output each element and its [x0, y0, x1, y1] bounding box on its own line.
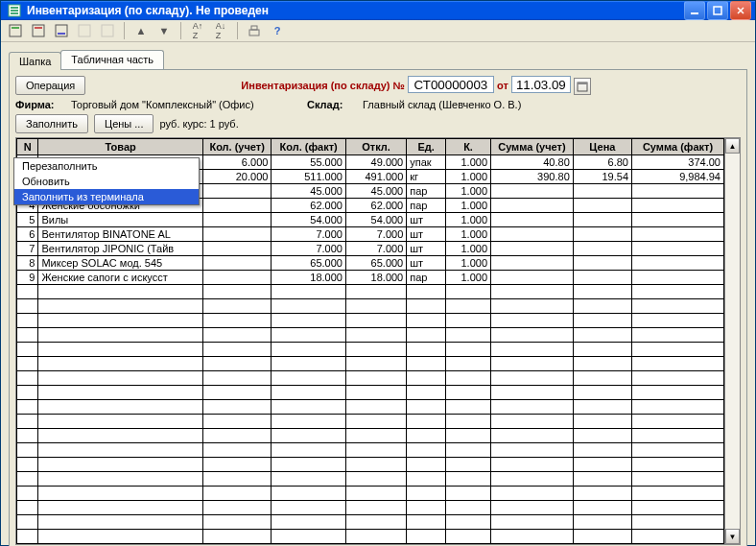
col-header[interactable]: Кол. (факт)	[272, 139, 346, 155]
tab-table-part[interactable]: Табличная часть	[60, 50, 164, 69]
col-header[interactable]: Откл.	[345, 139, 406, 155]
popup-item[interactable]: Перезаполнить	[14, 158, 199, 174]
col-header[interactable]: N	[17, 139, 38, 155]
col-header[interactable]: Цена	[573, 139, 631, 155]
svg-rect-13	[58, 33, 65, 35]
tb-icon-5[interactable]	[99, 22, 116, 39]
close-button[interactable]	[730, 1, 751, 20]
minimize-button[interactable]	[684, 1, 705, 20]
scroll-up-icon: ▲	[725, 138, 740, 154]
svg-rect-16	[249, 30, 259, 36]
rub-kurs: руб. курс: 1 руб.	[159, 118, 238, 130]
table-row[interactable]	[17, 357, 724, 371]
table-row[interactable]	[17, 285, 724, 299]
tb-icon-4[interactable]	[76, 22, 93, 39]
svg-rect-19	[578, 83, 587, 84]
table-row[interactable]: 5Вилы54.00054.000шт1.000	[17, 213, 724, 227]
table-row[interactable]	[17, 328, 724, 343]
svg-rect-9	[12, 27, 19, 29]
tab-page: Операция Инвентаризация (по складу) № от…	[9, 69, 747, 546]
tab-header[interactable]: Шапка	[9, 52, 61, 70]
prices-button[interactable]: Цены ...	[94, 114, 154, 133]
tb-icon-1[interactable]	[7, 22, 24, 39]
ot-label: от	[497, 80, 508, 91]
table-row[interactable]	[17, 530, 724, 544]
svg-rect-8	[10, 25, 21, 36]
operation-button[interactable]: Операция	[15, 76, 85, 95]
table-row[interactable]	[17, 472, 724, 487]
svg-rect-17	[251, 26, 257, 30]
popup-item[interactable]: Заполнить из терминала	[14, 189, 199, 204]
table-row[interactable]	[17, 501, 724, 515]
titlebar: Инвентаризация (по складу). Не проведен	[1, 1, 755, 20]
firma-label: Фирма:	[15, 99, 65, 110]
vertical-scrollbar[interactable]: ▲ ▼	[724, 138, 740, 544]
svg-rect-14	[79, 25, 90, 36]
maximize-button[interactable]	[707, 1, 728, 20]
firma-value: Торговый дом "Комплексный" (Офис)	[71, 99, 301, 110]
col-header[interactable]: К.	[446, 139, 491, 155]
table-row[interactable]	[17, 515, 724, 530]
app-window: Инвентаризация (по складу). Не проведен …	[0, 0, 756, 546]
table-row[interactable]: 6Вентилятор BINATONE AL7.0007.000шт1.000	[17, 227, 724, 242]
arrow-down-icon[interactable]: ▼	[155, 22, 173, 39]
help-icon[interactable]: ?	[269, 22, 286, 39]
table-row[interactable]: 7Вентилятор JIPONIC (Тайв7.0007.000шт1.0…	[17, 242, 724, 256]
toolbar: ▲ ▼ A↑Z A↓Z ?	[1, 20, 755, 42]
popup-item[interactable]: Обновить	[14, 174, 199, 189]
table-row[interactable]	[17, 415, 724, 429]
svg-rect-1	[11, 7, 18, 9]
tb-icon-2[interactable]	[30, 22, 47, 39]
tabs: Шапка Табличная часть	[9, 48, 747, 69]
col-header[interactable]: Кол. (учет)	[202, 139, 271, 155]
doc-date-input[interactable]	[511, 76, 571, 93]
calendar-icon[interactable]	[574, 78, 591, 95]
svg-rect-11	[35, 27, 42, 29]
window-title: Инвентаризация (по складу). Не проведен	[27, 4, 684, 17]
table-row[interactable]	[17, 386, 724, 400]
doc-title: Инвентаризация (по складу) №	[241, 80, 405, 91]
table-row[interactable]	[17, 343, 724, 357]
svg-rect-3	[11, 12, 18, 14]
col-header[interactable]: Товар	[38, 139, 202, 155]
col-header[interactable]: Ед.	[407, 139, 446, 155]
sklad-label: Склад:	[307, 99, 357, 110]
sklad-value: Главный склад (Шевченко О. В.)	[363, 99, 521, 110]
table-row[interactable]	[17, 458, 724, 472]
sort-asc-icon[interactable]: A↑Z	[189, 22, 206, 39]
svg-rect-15	[102, 25, 113, 36]
svg-rect-12	[56, 25, 67, 36]
body-area: Шапка Табличная часть Операция Инвентари…	[1, 42, 755, 546]
table-row[interactable]	[17, 487, 724, 501]
doc-number-input[interactable]	[408, 76, 494, 93]
fill-button[interactable]: Заполнить	[15, 114, 88, 133]
svg-rect-4	[691, 12, 698, 14]
table-row[interactable]	[17, 429, 724, 443]
arrow-up-icon[interactable]: ▲	[132, 22, 150, 39]
tb-icon-3[interactable]	[53, 22, 70, 39]
table-row[interactable]	[17, 400, 724, 415]
scroll-down-icon: ▼	[725, 529, 740, 544]
col-header[interactable]: Сумма (учет)	[491, 139, 574, 155]
tb-icon-9[interactable]	[246, 22, 263, 39]
col-header[interactable]: Сумма (факт)	[632, 139, 724, 155]
sort-desc-icon[interactable]: A↓Z	[212, 22, 229, 39]
fill-dropdown: ПерезаполнитьОбновитьЗаполнить из термин…	[13, 157, 200, 205]
table-row[interactable]	[17, 371, 724, 386]
table-row[interactable]: 8Миксер SOLAC мод. 54565.00065.000шт1.00…	[17, 256, 724, 271]
svg-rect-5	[714, 7, 721, 14]
app-icon	[7, 3, 22, 18]
table-row[interactable]: 9Женские сапоги с искусст18.00018.000пар…	[17, 271, 724, 285]
svg-rect-10	[33, 25, 44, 36]
table-row[interactable]	[17, 314, 724, 328]
table-row[interactable]	[17, 443, 724, 458]
table-row[interactable]	[17, 299, 724, 314]
svg-rect-2	[11, 10, 18, 12]
